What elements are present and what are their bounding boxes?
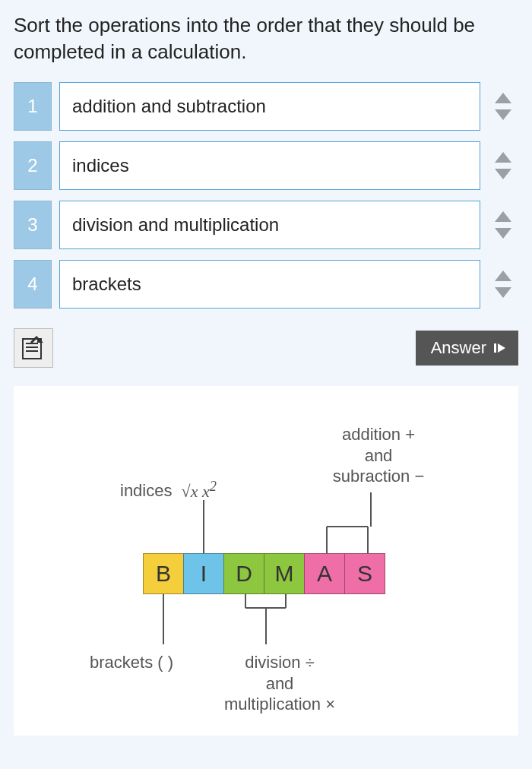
move-down-icon[interactable] — [493, 108, 513, 122]
sort-row: 3 division and multiplication — [14, 201, 518, 249]
sort-row: 2 indices — [14, 141, 518, 190]
divmul-label: division ÷ and multiplication × — [204, 652, 356, 715]
rank-box: 2 — [14, 141, 52, 190]
notes-button[interactable] — [14, 328, 53, 368]
svg-marker-7 — [495, 287, 511, 298]
answer-button[interactable]: Answer — [416, 331, 518, 366]
svg-marker-3 — [495, 169, 511, 179]
bidmas-tiles: B I D M A S — [143, 553, 385, 594]
sort-item[interactable]: indices — [59, 141, 480, 190]
svg-marker-15 — [498, 343, 505, 353]
move-up-icon[interactable] — [493, 210, 513, 223]
svg-marker-1 — [495, 109, 511, 120]
sort-row: 4 brackets — [14, 260, 518, 309]
svg-marker-4 — [495, 211, 511, 222]
svg-marker-0 — [495, 93, 511, 103]
sort-item-label: division and multiplication — [72, 214, 279, 236]
sort-item-label: addition and subtraction — [72, 96, 266, 117]
sort-item[interactable]: brackets — [59, 260, 480, 309]
question-prompt: Sort the operations into the order that … — [14, 12, 518, 65]
reorder-controls — [488, 201, 518, 249]
tile-s: S — [344, 553, 385, 594]
tile-a: A — [304, 553, 345, 594]
tile-m: M — [264, 553, 305, 594]
sortable-list: 1 addition and subtraction 2 indices 3 d… — [14, 82, 518, 309]
svg-marker-12 — [37, 337, 43, 343]
play-icon — [494, 342, 506, 354]
rank-box: 4 — [14, 260, 52, 309]
sort-item-label: indices — [72, 155, 129, 176]
move-up-icon[interactable] — [493, 269, 513, 283]
svg-marker-2 — [495, 152, 511, 163]
sort-item[interactable]: division and multiplication — [59, 201, 480, 249]
move-down-icon[interactable] — [493, 167, 513, 181]
rank-box: 1 — [14, 82, 52, 131]
svg-marker-5 — [495, 228, 511, 239]
bidmas-diagram: indices √x x2 addition + and subraction … — [14, 386, 518, 736]
tile-b: B — [143, 553, 184, 594]
rank-box: 3 — [14, 201, 52, 249]
sort-item[interactable]: addition and subtraction — [59, 82, 480, 131]
reorder-controls — [488, 260, 518, 309]
reorder-controls — [488, 141, 518, 190]
sort-item-label: brackets — [72, 274, 141, 295]
toolbar: Answer — [14, 328, 518, 368]
reorder-controls — [488, 82, 518, 131]
svg-rect-14 — [494, 343, 496, 353]
notes-icon — [21, 335, 46, 361]
move-down-icon[interactable] — [493, 226, 513, 240]
sort-row: 1 addition and subtraction — [14, 82, 518, 131]
answer-button-label: Answer — [431, 338, 486, 358]
move-down-icon[interactable] — [493, 286, 513, 299]
brackets-label: brackets ( ) — [90, 652, 173, 673]
move-up-icon[interactable] — [493, 150, 513, 164]
move-up-icon[interactable] — [493, 91, 513, 105]
svg-marker-6 — [495, 271, 511, 281]
tile-d: D — [223, 553, 264, 594]
tile-i: I — [183, 553, 224, 594]
